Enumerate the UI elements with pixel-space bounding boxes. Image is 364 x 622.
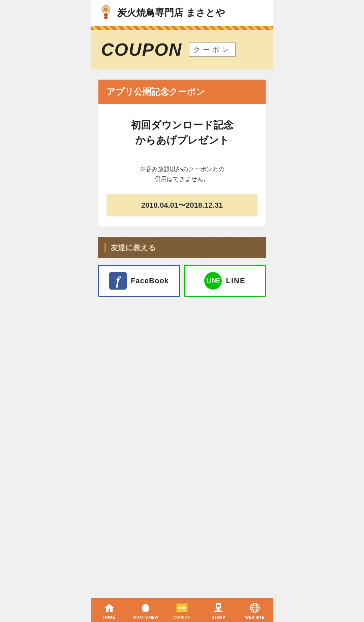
facebook-icon: f: [109, 272, 127, 290]
app-title: 炭火焼鳥専門店 まさとや: [117, 6, 225, 19]
svg-point-5: [107, 8, 108, 9]
svg-point-4: [104, 8, 105, 9]
coupon-title-jp: クーポン: [189, 42, 236, 57]
line-icon: LINE: [204, 272, 222, 290]
facebook-label: FaceBook: [131, 276, 169, 285]
coupon-note: ※吞み放題以外のクーポンとの併用はできません。: [107, 165, 257, 184]
svg-point-8: [104, 16, 108, 19]
coupon-title-en: COUPON: [101, 39, 182, 60]
decorative-stripe: [91, 26, 273, 30]
share-title: 友達に教える: [111, 243, 156, 253]
share-header: 友達に教える: [98, 237, 266, 258]
coupon-main-text: 初回ダウンロード記念からあげプレゼント: [107, 117, 257, 148]
facebook-button[interactable]: f FaceBook: [98, 265, 180, 297]
coupon-card: アプリ公開記念クーポン 初回ダウンロード記念からあげプレゼント ※吞み放題以外の…: [98, 79, 266, 227]
restaurant-icon: [98, 5, 114, 21]
share-section: 友達に教える f FaceBook LINE LINE: [98, 237, 266, 297]
coupon-header-area: COUPON クーポン: [91, 30, 273, 69]
coupon-date: 2018.04.01〜2018.12.31: [107, 194, 257, 216]
line-button[interactable]: LINE LINE: [184, 265, 266, 297]
coupon-card-header-text: アプリ公開記念クーポン: [107, 87, 205, 97]
main-content: アプリ公開記念クーポン 初回ダウンロード記念からあげプレゼント ※吞み放題以外の…: [91, 69, 273, 307]
social-buttons: f FaceBook LINE LINE: [98, 262, 266, 297]
line-label: LINE: [226, 276, 245, 285]
coupon-card-body: 初回ダウンロード記念からあげプレゼント ※吞み放題以外のクーポンとの併用はできま…: [98, 104, 266, 227]
app-header: 炭火焼鳥専門店 まさとや: [91, 0, 273, 26]
coupon-card-header: アプリ公開記念クーポン: [98, 80, 266, 104]
svg-point-7: [104, 13, 108, 16]
